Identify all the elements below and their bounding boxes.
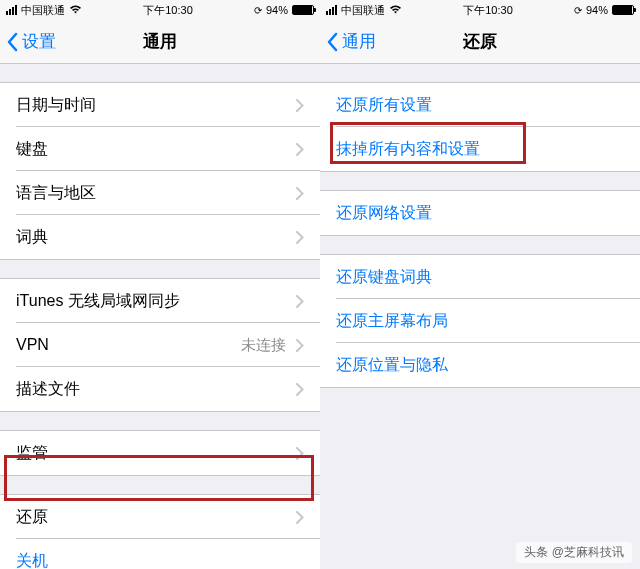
- chevron-right-icon: [296, 231, 304, 244]
- row-value: 未连接: [241, 336, 286, 355]
- carrier-label: 中国联通: [21, 3, 65, 18]
- row-label: 抹掉所有内容和设置: [336, 139, 624, 160]
- nav-bar: 设置 通用: [0, 20, 320, 64]
- chevron-right-icon: [296, 447, 304, 460]
- chevron-right-icon: [296, 339, 304, 352]
- screen-reset: 中国联通 下午10:30 ⟳ 94% 通用 还原 还原所有设置 抹掉所有内容和设…: [320, 0, 640, 569]
- row-reset-keyboard-dict[interactable]: 还原键盘词典: [320, 255, 640, 299]
- row-label: 日期与时间: [16, 95, 292, 116]
- battery-pct: 94%: [586, 4, 608, 16]
- wifi-icon: [389, 4, 402, 16]
- row-label: 还原主屏幕布局: [336, 311, 624, 332]
- back-label: 通用: [342, 30, 376, 53]
- row-dictionary[interactable]: 词典: [0, 215, 320, 259]
- row-label: 监管: [16, 443, 292, 464]
- screen-general: 中国联通 下午10:30 ⟳ 94% 设置 通用 日期与时间 键盘 语言与地区 …: [0, 0, 320, 569]
- row-label: iTunes 无线局域网同步: [16, 291, 292, 312]
- signal-icon: [6, 5, 17, 15]
- row-reset-network[interactable]: 还原网络设置: [320, 191, 640, 235]
- time-label: 下午10:30: [143, 3, 193, 18]
- row-reset-location-privacy[interactable]: 还原位置与隐私: [320, 343, 640, 387]
- watermark: 头条 @芝麻科技讯: [516, 542, 632, 563]
- status-bar: 中国联通 下午10:30 ⟳ 94%: [320, 0, 640, 20]
- page-title: 通用: [143, 30, 177, 53]
- battery-pct: 94%: [266, 4, 288, 16]
- row-label: 描述文件: [16, 379, 292, 400]
- row-label: 语言与地区: [16, 183, 292, 204]
- row-vpn[interactable]: VPN未连接: [0, 323, 320, 367]
- page-title: 还原: [463, 30, 497, 53]
- chevron-right-icon: [296, 143, 304, 156]
- battery-icon: [612, 5, 634, 15]
- row-itunes-wifi-sync[interactable]: iTunes 无线局域网同步: [0, 279, 320, 323]
- rotation-lock-icon: ⟳: [574, 5, 582, 16]
- signal-icon: [326, 5, 337, 15]
- carrier-label: 中国联通: [341, 3, 385, 18]
- row-label: 还原网络设置: [336, 203, 624, 224]
- back-button[interactable]: 设置: [0, 30, 56, 53]
- content: 还原所有设置 抹掉所有内容和设置 还原网络设置 还原键盘词典 还原主屏幕布局 还…: [320, 64, 640, 569]
- row-keyboard[interactable]: 键盘: [0, 127, 320, 171]
- row-erase-all[interactable]: 抹掉所有内容和设置: [320, 127, 640, 171]
- status-bar: 中国联通 下午10:30 ⟳ 94%: [0, 0, 320, 20]
- back-button[interactable]: 通用: [320, 30, 376, 53]
- chevron-left-icon: [326, 32, 338, 52]
- chevron-right-icon: [296, 383, 304, 396]
- row-label: 关机: [16, 551, 304, 570]
- row-label: 还原所有设置: [336, 95, 624, 116]
- chevron-right-icon: [296, 511, 304, 524]
- row-label: 还原位置与隐私: [336, 355, 624, 376]
- row-reset[interactable]: 还原: [0, 495, 320, 539]
- row-label: 键盘: [16, 139, 292, 160]
- row-label: 还原键盘词典: [336, 267, 624, 288]
- time-label: 下午10:30: [463, 3, 513, 18]
- chevron-right-icon: [296, 295, 304, 308]
- row-regulatory[interactable]: 监管: [0, 431, 320, 475]
- row-profiles[interactable]: 描述文件: [0, 367, 320, 411]
- battery-icon: [292, 5, 314, 15]
- row-reset-home-layout[interactable]: 还原主屏幕布局: [320, 299, 640, 343]
- chevron-right-icon: [296, 99, 304, 112]
- row-shutdown[interactable]: 关机: [0, 539, 320, 569]
- chevron-left-icon: [6, 32, 18, 52]
- row-label: VPN: [16, 336, 241, 354]
- rotation-lock-icon: ⟳: [254, 5, 262, 16]
- chevron-right-icon: [296, 187, 304, 200]
- row-label: 还原: [16, 507, 292, 528]
- row-language-region[interactable]: 语言与地区: [0, 171, 320, 215]
- wifi-icon: [69, 4, 82, 16]
- row-reset-all-settings[interactable]: 还原所有设置: [320, 83, 640, 127]
- content: 日期与时间 键盘 语言与地区 词典 iTunes 无线局域网同步 VPN未连接 …: [0, 64, 320, 569]
- row-label: 词典: [16, 227, 292, 248]
- row-date-time[interactable]: 日期与时间: [0, 83, 320, 127]
- nav-bar: 通用 还原: [320, 20, 640, 64]
- back-label: 设置: [22, 30, 56, 53]
